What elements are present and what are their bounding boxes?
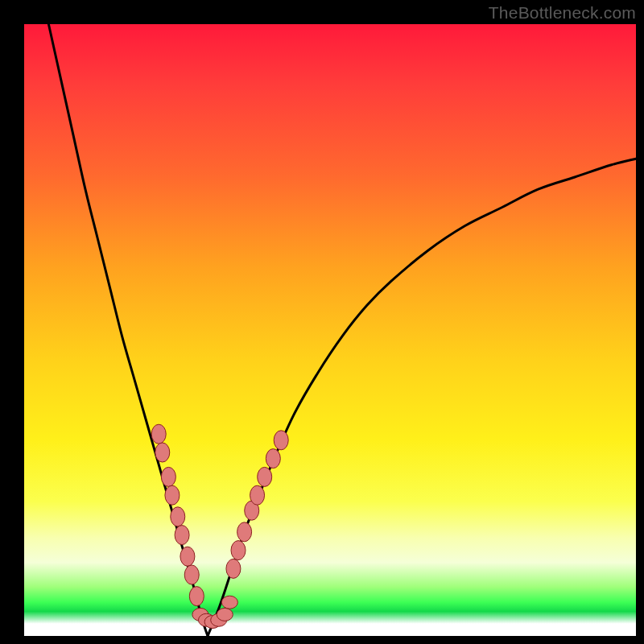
data-dot-left [180, 547, 195, 566]
data-dot-bottom [221, 596, 237, 609]
data-dot-left [189, 587, 204, 606]
data-dot-right [258, 467, 272, 486]
data-dot-left [175, 526, 189, 545]
data-dot-bottom [217, 608, 233, 621]
data-dot-right [266, 449, 280, 469]
data-dot-left [161, 467, 175, 486]
chart-stage: TheBottleneck.com [0, 0, 644, 644]
dot-layer [151, 424, 288, 628]
curve-right-branch [208, 159, 636, 636]
data-dot-right [274, 431, 288, 450]
data-dot-left [155, 443, 170, 462]
plot-area [24, 24, 636, 636]
data-dot-right [231, 541, 246, 560]
data-dot-left [165, 485, 180, 505]
watermark-text: TheBottleneck.com [489, 3, 636, 23]
data-dot-left [151, 424, 166, 444]
data-dot-right [250, 485, 265, 505]
chart-svg [24, 24, 636, 636]
curve-layer [48, 24, 636, 636]
data-dot-right [226, 559, 241, 578]
data-dot-left [171, 507, 185, 526]
data-dot-left [184, 565, 199, 584]
data-dot-right [237, 522, 252, 542]
